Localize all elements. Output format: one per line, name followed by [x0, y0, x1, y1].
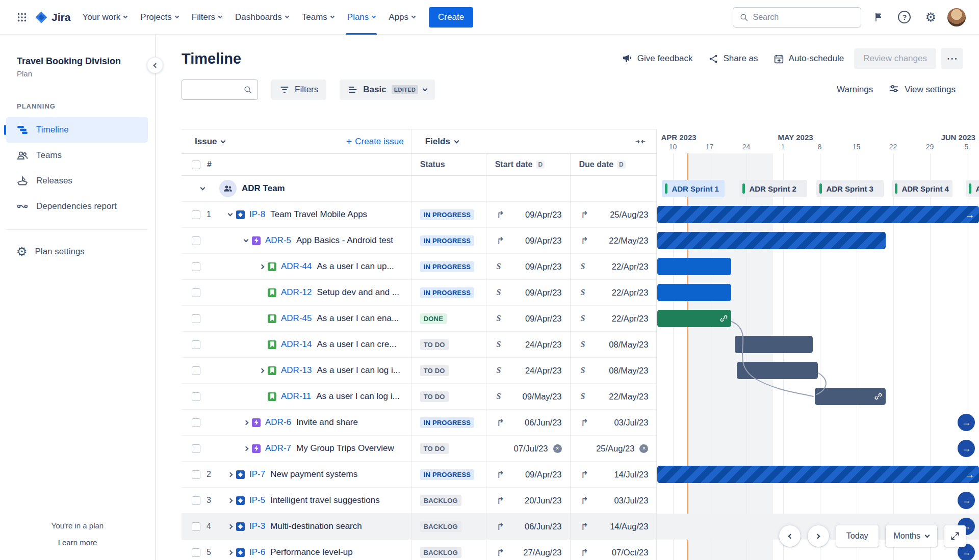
nav-item-filters[interactable]: Filters	[185, 0, 228, 35]
sprint-chip[interactable]: ADR Sprint 5	[966, 180, 979, 197]
issue-row[interactable]: ADR-6 Invite and share IN PROGRESS ↱06/J…	[182, 410, 979, 436]
flag-icon[interactable]	[870, 9, 887, 25]
gantt-bar[interactable]	[657, 232, 886, 249]
today-button[interactable]: Today	[836, 525, 879, 547]
issue-key[interactable]: IP-6	[249, 547, 265, 557]
more-options-button[interactable]: ⋯	[941, 48, 963, 69]
row-checkbox[interactable]	[192, 210, 200, 219]
status-cell[interactable]: BACKLOG	[411, 540, 486, 560]
fullscreen-button[interactable]	[944, 525, 966, 547]
start-date-cell[interactable]: ↱09/Apr/23	[486, 462, 571, 488]
scroll-right-button[interactable]	[808, 525, 829, 547]
table-search-input[interactable]	[188, 85, 243, 94]
expand-icon[interactable]	[241, 421, 251, 424]
issue-key[interactable]: ADR-44	[281, 261, 312, 272]
status-cell[interactable]: IN PROGRESS	[411, 228, 486, 254]
issue-key[interactable]: IP-5	[249, 495, 265, 505]
gantt-bar[interactable]	[657, 284, 731, 301]
row-checkbox[interactable]	[192, 548, 200, 557]
global-search[interactable]	[733, 7, 861, 28]
app-switcher-icon[interactable]	[13, 9, 31, 26]
start-date-cell[interactable]: ↱06/Jun/23	[486, 514, 571, 540]
status-cell[interactable]: DONE	[411, 306, 486, 332]
row-checkbox[interactable]	[192, 262, 200, 271]
expand-icon[interactable]	[256, 265, 267, 269]
scroll-to-bar-button[interactable]: →	[958, 414, 975, 431]
status-cell[interactable]: IN PROGRESS	[411, 202, 486, 228]
give-feedback-button[interactable]: Give feedback	[616, 49, 698, 68]
sprint-chip[interactable]: ADR Sprint 1	[662, 180, 725, 197]
global-search-input[interactable]	[753, 13, 855, 22]
status-cell[interactable]: TO DO	[411, 332, 486, 358]
due-date-cell[interactable]: S22/Apr/23	[571, 254, 657, 280]
scroll-to-bar-button[interactable]: →	[958, 492, 975, 509]
status-cell[interactable]: TO DO	[411, 358, 486, 384]
start-date-cell[interactable]: S24/Apr/23	[486, 332, 571, 358]
start-date-cell[interactable]: S09/Apr/23	[486, 280, 571, 306]
issue-key[interactable]: IP-8	[249, 209, 265, 220]
issue-row[interactable]: ADR-11 As a user I can log i... TO DO S0…	[182, 384, 979, 410]
learn-more-link[interactable]: Learn more	[58, 538, 97, 547]
issue-row[interactable]: ADR-45 As a user I can ena... DONE S09/A…	[182, 306, 979, 332]
row-checkbox[interactable]	[192, 444, 200, 453]
status-cell[interactable]: BACKLOG	[411, 488, 486, 514]
due-date-cell[interactable]: ↱14/Aug/23	[571, 514, 657, 540]
due-date-cell[interactable]: S22/Apr/23	[571, 280, 657, 306]
expand-icon[interactable]	[225, 499, 235, 502]
row-checkbox[interactable]	[192, 522, 200, 531]
gantt-bar[interactable]: →	[657, 466, 979, 483]
gantt-bar[interactable]	[737, 362, 818, 379]
clear-date-icon[interactable]: ×	[553, 444, 562, 453]
fields-selector[interactable]: Fields	[425, 137, 458, 147]
jira-logo[interactable]: Jira	[35, 11, 70, 24]
expand-icon[interactable]	[225, 551, 235, 554]
due-date-cell[interactable]: ↱25/Aug/23	[571, 202, 657, 228]
expand-icon[interactable]	[225, 473, 235, 476]
start-date-column-header[interactable]: Start date D	[486, 153, 571, 176]
clear-date-icon[interactable]: ×	[639, 444, 648, 453]
gantt-bar[interactable]	[735, 336, 813, 353]
user-avatar[interactable]	[947, 8, 966, 26]
issue-key[interactable]: ADR-13	[281, 365, 312, 376]
issue-key[interactable]: ADR-45	[281, 313, 312, 324]
nav-item-plans[interactable]: Plans	[341, 0, 382, 35]
gantt-bar[interactable]	[657, 310, 731, 327]
scroll-to-bar-button[interactable]: →	[958, 440, 975, 457]
view-settings-button[interactable]: View settings	[888, 83, 956, 97]
row-checkbox[interactable]	[192, 366, 200, 375]
start-date-cell[interactable]: ↱20/Jun/23	[486, 488, 571, 514]
table-search[interactable]	[182, 79, 258, 100]
issue-row[interactable]: ADR-44 As a user I can up... IN PROGRESS…	[182, 254, 979, 280]
issue-row[interactable]: 2 IP-7 New payment systems IN PROGRESS ↱…	[182, 462, 979, 488]
view-selector-button[interactable]: Basic EDITED	[340, 79, 435, 100]
collapse-columns-icon[interactable]	[635, 136, 646, 147]
sprint-chip[interactable]: ADR Sprint 4	[892, 180, 952, 197]
start-date-cell[interactable]: S09/May/23	[486, 384, 571, 410]
timescale-dropdown[interactable]: Months	[886, 525, 937, 547]
warnings-button[interactable]: Warnings	[837, 85, 873, 95]
issue-row[interactable]: ADR-14 As a user I can cre... TO DO S24/…	[182, 332, 979, 358]
gantt-bar[interactable]	[657, 258, 731, 275]
issue-key[interactable]: ADR-12	[281, 287, 312, 298]
due-date-cell[interactable]: S22/Apr/23	[571, 306, 657, 332]
due-date-cell[interactable]: ↱14/Jul/23	[571, 462, 657, 488]
sidebar-item-timeline[interactable]: Timeline	[6, 117, 148, 143]
help-icon[interactable]: ?	[895, 8, 914, 26]
sidebar-item-dependencies-report[interactable]: Dependencies report	[6, 194, 148, 219]
issue-key[interactable]: IP-3	[249, 521, 265, 531]
issue-column-header[interactable]: Issue	[195, 137, 225, 147]
due-date-column-header[interactable]: Due date D	[571, 153, 657, 176]
issue-key[interactable]: ADR-14	[281, 339, 312, 350]
expand-icon[interactable]	[256, 369, 267, 372]
gantt-bar[interactable]: →	[657, 206, 979, 223]
due-date-cell[interactable]: ↱07/Oct/23	[571, 540, 657, 560]
status-cell[interactable]: IN PROGRESS	[411, 254, 486, 280]
start-date-cell[interactable]: S24/Apr/23	[486, 358, 571, 384]
nav-item-projects[interactable]: Projects	[134, 0, 185, 35]
collapse-sidebar-button[interactable]	[147, 57, 163, 73]
select-all-checkbox[interactable]	[192, 161, 200, 169]
start-date-cell[interactable]: ↱27/Aug/23	[486, 540, 571, 560]
issue-key[interactable]: ADR-7	[265, 443, 291, 454]
status-cell[interactable]: BACKLOG	[411, 514, 486, 540]
issue-row[interactable]: ADR-12 Setup dev and and ... IN PROGRESS…	[182, 280, 979, 306]
